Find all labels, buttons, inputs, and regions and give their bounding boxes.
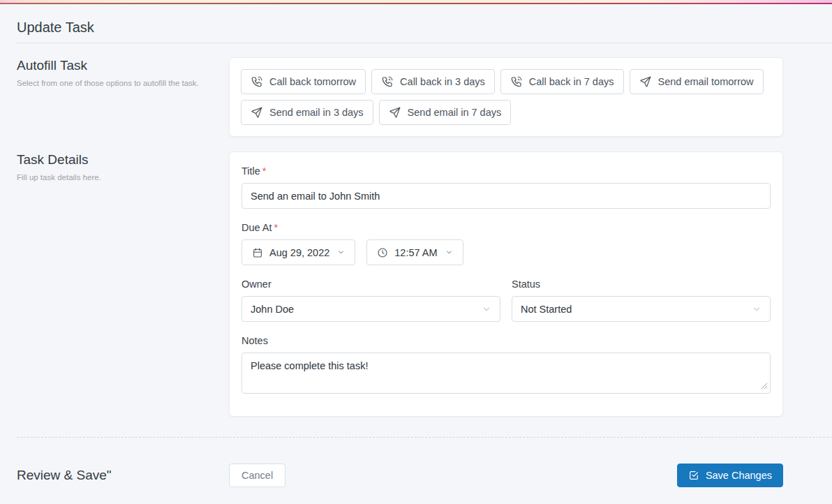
status-select[interactable]: Not Started	[512, 296, 771, 322]
calendar-icon	[252, 247, 263, 258]
phone-callback-icon	[510, 75, 523, 88]
due-at-label: Due At*	[242, 221, 771, 235]
notes-field: Notes Please complete this task!	[242, 334, 771, 394]
checkbox-check-icon	[688, 470, 699, 481]
review-save-header: Review & Save"	[0, 467, 229, 484]
task-details-heading: Task Details	[17, 151, 212, 168]
resize-handle-icon[interactable]	[761, 383, 768, 390]
footer-divider	[17, 437, 832, 438]
owner-status-row: Owner John Doe Status Not Started	[242, 277, 771, 322]
autofill-call-back-tomorrow-button[interactable]: Call back tomorrow	[241, 69, 366, 94]
task-details-card: Title* Due At* Aug 29, 2022 12:57 AM	[229, 151, 783, 417]
owner-field: Owner John Doe	[242, 277, 500, 322]
chevron-down-icon	[482, 304, 491, 314]
due-time-picker[interactable]: 12:57 AM	[366, 239, 463, 265]
send-icon	[389, 106, 401, 119]
autofill-call-back-3-days-button[interactable]: Call back in 3 days	[371, 69, 495, 94]
autofill-button-group: Call back tomorrow Call back in 3 days C…	[241, 69, 771, 125]
header-divider	[17, 43, 832, 43]
autofill-button-label: Call back tomorrow	[269, 76, 356, 87]
page-title: Update Task	[0, 4, 832, 36]
review-save-section: Review & Save" Cancel Save Changes	[0, 464, 832, 487]
autofill-button-label: Send email tomorrow	[658, 76, 754, 87]
autofill-button-label: Call back in 3 days	[400, 76, 485, 87]
autofill-send-email-3-days-button[interactable]: Send email in 3 days	[241, 100, 373, 125]
autofill-call-back-7-days-button[interactable]: Call back in 7 days	[500, 69, 624, 94]
autofill-send-email-tomorrow-button[interactable]: Send email tomorrow	[630, 69, 764, 94]
send-icon	[639, 75, 652, 88]
chevron-down-icon	[337, 249, 345, 256]
chevron-down-icon	[445, 249, 453, 256]
due-time-value: 12:57 AM	[394, 247, 437, 258]
status-value: Not Started	[521, 304, 572, 315]
status-label: Status	[512, 277, 771, 291]
due-date-picker[interactable]: Aug 29, 2022	[242, 239, 355, 265]
autofill-button-label: Send email in 3 days	[269, 107, 364, 118]
owner-value: John Doe	[251, 304, 294, 315]
task-details-subtitle: Fill up task details here.	[17, 172, 212, 183]
review-save-heading: Review & Save"	[17, 467, 212, 484]
autofill-section: Autofill Task Select from one of those o…	[0, 57, 832, 137]
owner-select[interactable]: John Doe	[242, 296, 500, 322]
owner-label: Owner	[242, 277, 500, 291]
send-icon	[251, 106, 263, 119]
autofill-subtitle: Select from one of those options to auto…	[17, 78, 212, 89]
clock-icon	[377, 247, 388, 258]
due-at-pickers: Aug 29, 2022 12:57 AM	[242, 239, 771, 265]
save-changes-button[interactable]: Save Changes	[677, 464, 783, 487]
phone-callback-icon	[381, 75, 394, 88]
autofill-heading: Autofill Task	[17, 57, 212, 74]
cancel-button[interactable]: Cancel	[229, 464, 285, 487]
phone-callback-icon	[251, 75, 263, 88]
status-field: Status Not Started	[512, 277, 771, 322]
due-date-value: Aug 29, 2022	[269, 247, 329, 258]
title-input[interactable]	[242, 183, 771, 209]
chevron-down-icon	[752, 304, 762, 314]
autofill-section-header: Autofill Task Select from one of those o…	[0, 57, 229, 137]
autofill-button-label: Send email in 7 days	[408, 107, 502, 118]
save-changes-label: Save Changes	[706, 470, 772, 481]
autofill-button-label: Call back in 7 days	[529, 76, 614, 87]
autofill-send-email-7-days-button[interactable]: Send email in 7 days	[379, 100, 512, 125]
required-asterisk: *	[274, 222, 278, 233]
page-header: Update Task	[0, 4, 832, 36]
task-details-section-header: Task Details Fill up task details here.	[0, 151, 229, 417]
due-at-field: Due At* Aug 29, 2022 12:57 AM	[242, 221, 771, 265]
title-label: Title*	[242, 164, 771, 178]
required-asterisk: *	[262, 165, 267, 177]
notes-textarea[interactable]: Please complete this task!	[242, 353, 771, 394]
title-field: Title*	[242, 164, 771, 209]
notes-label: Notes	[242, 334, 771, 348]
task-details-section: Task Details Fill up task details here. …	[0, 151, 832, 417]
autofill-card: Call back tomorrow Call back in 3 days C…	[229, 57, 783, 137]
